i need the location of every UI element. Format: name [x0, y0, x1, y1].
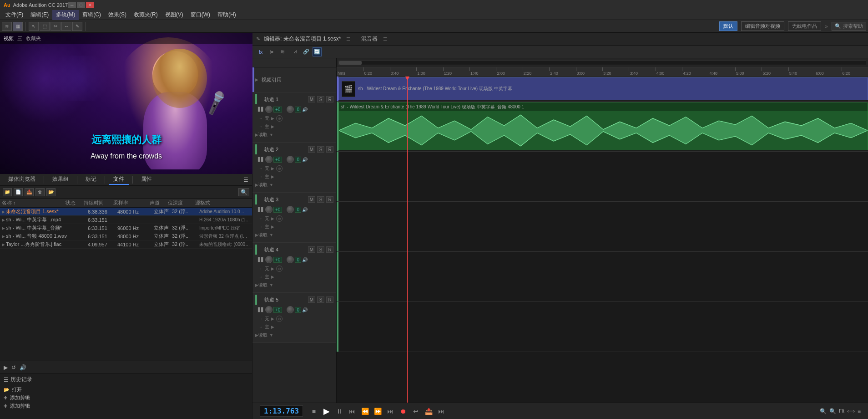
mixer-options-icon[interactable]: ☰ — [383, 36, 387, 41]
stop-button[interactable]: ■ — [308, 406, 319, 417]
track-lanes[interactable]: 🎬 sh - Wildest Dream & Enchante (The 198… — [337, 77, 868, 403]
track4-S-btn[interactable]: S — [317, 246, 324, 253]
track1-pan-knob[interactable] — [287, 106, 294, 113]
track2-bus-chevron[interactable]: ▶ — [271, 174, 274, 179]
track5-bus-chevron[interactable]: ▶ — [271, 325, 274, 329]
track1-input-circle[interactable]: ⊘ — [276, 115, 283, 122]
track1-input-chevron[interactable]: ▶ — [271, 116, 274, 121]
loop-button[interactable]: ↩ — [410, 406, 421, 417]
track2-input-circle[interactable]: ⊘ — [276, 165, 283, 172]
track4-input-circle[interactable]: ⊘ — [276, 266, 283, 272]
track3-S-btn[interactable]: S — [317, 196, 324, 203]
favorites-tab[interactable]: 收藏夹 — [26, 35, 41, 42]
track2-vol-knob[interactable] — [265, 156, 273, 163]
track5-speaker-icon[interactable]: 🔊 — [302, 307, 308, 312]
track2-pan-knob[interactable] — [287, 156, 294, 163]
delete-button[interactable]: 🗑 — [35, 188, 45, 196]
track5-M-btn[interactable]: M — [308, 296, 315, 303]
video-track-lane[interactable]: 🎬 sh - Wildest Dream & Enchante (The 198… — [337, 77, 868, 102]
toolbar-waveform-btn[interactable]: ≋ — [2, 22, 12, 31]
pause-button[interactable]: ⏸ — [334, 406, 345, 417]
track3-pan-knob[interactable] — [287, 206, 294, 213]
track5-input-chevron[interactable]: ▶ — [271, 317, 274, 321]
audio-track-lane-4[interactable] — [337, 252, 868, 302]
track4-input-chevron[interactable]: ▶ — [271, 266, 274, 271]
track5-vol-knob[interactable] — [265, 306, 273, 313]
toolbar-video-mode[interactable]: 编辑音频对视频 — [741, 21, 784, 31]
file-row-3[interactable]: ▶ sh - Wi... 音频 48000 1.wav 6:33.151 480… — [0, 232, 252, 240]
zoom-in-btn[interactable]: 🔍 — [820, 408, 827, 414]
import-button[interactable]: 📥 — [25, 188, 34, 196]
track3-input-circle[interactable]: ⊘ — [276, 215, 283, 222]
menu-help[interactable]: 帮助(H) — [214, 10, 240, 20]
track5-R-btn[interactable]: R — [326, 296, 333, 303]
track3-bus-chevron[interactable]: ▶ — [271, 225, 274, 229]
audio-clip-1[interactable]: sh - Wildest Dream & Enchante (The 1989 … — [338, 102, 868, 150]
track1-R-btn[interactable]: R — [326, 96, 333, 102]
tab-media-browser[interactable]: 媒体浏览器 — [4, 174, 40, 185]
file-row-0[interactable]: ▶ 未命名混音项目 1.sesx* 6:38.336 48000 Hz 立体声 … — [0, 208, 252, 216]
zoom-scroll-btn[interactable]: ⟺ — [847, 408, 855, 414]
track1-M-btn[interactable]: M — [308, 96, 315, 102]
track3-input-chevron[interactable]: ▶ — [271, 216, 274, 221]
track3-read-arrow[interactable]: ▼ — [269, 233, 273, 237]
toolbar-select-btn[interactable]: ⬚ — [40, 22, 50, 31]
track1-bus-chevron[interactable]: ▶ — [271, 124, 274, 129]
track4-read-arrow[interactable]: ▼ — [269, 283, 273, 287]
file-row-1[interactable]: ▶ sh - Wi... 中英字幕_.mp4 6:33.151 H.264 19… — [0, 216, 252, 224]
toolbar-default-mode[interactable]: 默认 — [719, 21, 737, 31]
history-item-2[interactable]: ✚ 添加剪辑 — [4, 402, 248, 410]
loop-btn[interactable]: ↺ — [11, 364, 16, 371]
mix-tool[interactable]: ≋ — [278, 47, 287, 56]
track5-S-btn[interactable]: S — [317, 296, 324, 303]
track1-vol-knob[interactable] — [265, 106, 273, 113]
tab-properties[interactable]: 属性 — [136, 174, 156, 185]
editor-options-icon[interactable]: ☰ — [346, 36, 350, 41]
menu-effects[interactable]: 效果(S) — [105, 10, 130, 20]
track2-read-arrow[interactable]: ▼ — [269, 183, 273, 187]
menu-window[interactable]: 窗口(W) — [187, 10, 214, 20]
track2-M-btn[interactable]: M — [308, 146, 315, 153]
audio-track-lane-2[interactable] — [337, 152, 868, 202]
track1-speaker-icon[interactable]: 🔊 — [302, 107, 308, 112]
zoom-out-btn[interactable]: 🔍 — [829, 408, 836, 414]
menu-view[interactable]: 视图(V) — [161, 10, 187, 20]
snap-btn[interactable]: 🔗 — [302, 47, 311, 56]
export-button[interactable]: 📤 — [423, 406, 434, 417]
track2-input-chevron[interactable]: ▶ — [271, 166, 274, 171]
toolbar-slip-btn[interactable]: ↔ — [61, 22, 71, 31]
track5-input-circle[interactable]: ⊘ — [276, 316, 283, 322]
file-row-4[interactable]: ▶ Taylor ...秀秀阶音乐.j.flac 4:09.957 44100 … — [0, 240, 252, 249]
track2-S-btn[interactable]: S — [317, 146, 324, 153]
menu-multitrack[interactable]: 多轨(M) — [52, 10, 79, 20]
track3-speaker-icon[interactable]: 🔊 — [302, 207, 308, 212]
track4-R-btn[interactable]: R — [326, 246, 333, 253]
panel-options-icon[interactable]: ☰ — [243, 177, 248, 183]
close-button[interactable]: ✕ — [86, 2, 94, 8]
toolbar-move-btn[interactable]: ↖ — [29, 22, 39, 31]
track4-M-btn[interactable]: M — [308, 246, 315, 253]
audio-track-lane-1[interactable]: sh - Wildest Dream & Enchante (The 1989 … — [337, 102, 868, 152]
track2-speaker-icon[interactable]: 🔊 — [302, 157, 308, 162]
audio-track-lane-3[interactable] — [337, 202, 868, 252]
zoom-extra-btn[interactable]: ≡ — [858, 408, 861, 414]
mixer-button[interactable]: 混音器 — [361, 35, 378, 43]
tab-files[interactable]: 文件 — [109, 174, 129, 185]
file-row-2[interactable]: ▶ sh - Wi... 中英字幕_音频* 6:33.151 96000 Hz … — [0, 224, 252, 232]
track4-pan-knob[interactable] — [287, 256, 294, 263]
new-file-button[interactable]: 📄 — [14, 188, 23, 196]
menu-favorites[interactable]: 收藏夹(R) — [130, 10, 161, 20]
video-clip[interactable]: 🎬 sh - Wildest Dream & Enchante (The 198… — [338, 77, 868, 100]
zoom-fit-btn[interactable]: FIt — [839, 409, 844, 414]
toolbar-razor-btn[interactable]: ✂ — [50, 22, 61, 31]
track5-pan-knob[interactable] — [287, 306, 294, 313]
skip-button[interactable]: ⏭ — [436, 406, 447, 417]
track4-bus-chevron[interactable]: ▶ — [271, 275, 274, 279]
fast-forward-button[interactable]: ⏩ — [372, 406, 383, 417]
track4-vol-knob[interactable] — [265, 256, 273, 263]
history-item-1[interactable]: ✚ 添加剪辑 — [4, 393, 248, 402]
track4-speaker-icon[interactable]: 🔊 — [302, 257, 308, 262]
toolbar-radio-mode[interactable]: 无线电作品 — [788, 21, 821, 31]
goto-end-button[interactable]: ⏭ — [385, 406, 396, 417]
minimize-button[interactable]: ─ — [68, 2, 76, 8]
